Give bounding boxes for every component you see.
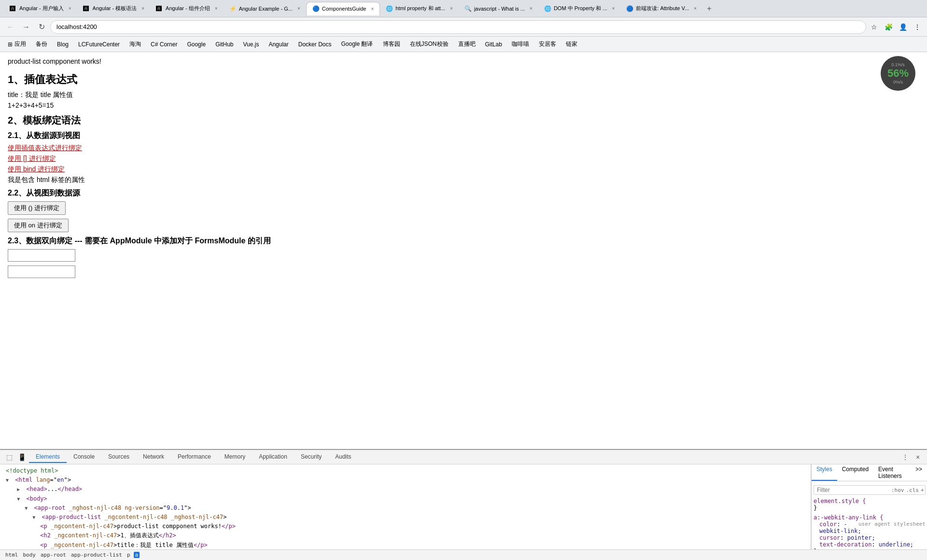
bookmark-github[interactable]: GitHub xyxy=(211,40,237,49)
bookmark-coffee[interactable]: 咖啡喵 xyxy=(508,39,533,49)
tab-event-listeners[interactable]: Event Listeners xyxy=(873,464,911,481)
devtools-tab-memory[interactable]: Memory xyxy=(218,451,252,463)
add-rule-btn[interactable]: + xyxy=(921,487,924,493)
tab-favicon-4: 🔵 xyxy=(312,5,319,12)
elem-head[interactable]: ▶ <head>...</head> xyxy=(4,485,807,494)
bookmark-icon[interactable]: ☆ xyxy=(868,21,880,33)
tab-1[interactable]: 🅰 Angular - 模板语法 × xyxy=(77,2,151,15)
devtools-more-icon[interactable]: ⋮ xyxy=(900,452,911,462)
breadcrumb-body[interactable]: body xyxy=(22,552,38,558)
tab-close-3[interactable]: × xyxy=(297,6,300,11)
devtools-tab-network[interactable]: Network xyxy=(136,451,171,463)
bookmark-blog[interactable]: Blog xyxy=(53,40,72,49)
menu-icon[interactable]: ⋮ xyxy=(912,21,923,33)
devtools-tab-elements[interactable]: Elements xyxy=(29,451,67,463)
elem-body[interactable]: ▼ <body> xyxy=(4,494,807,504)
back-button[interactable]: ← xyxy=(4,20,17,34)
bookmark-translate[interactable]: Google 翻译 xyxy=(337,39,377,49)
performance-widget: 0.1%/s 56% 0%/s xyxy=(881,56,915,91)
tab-favicon-0: 🅰 xyxy=(10,5,16,12)
breadcrumb-approot[interactable]: app-root xyxy=(39,552,68,558)
devtools-tab-security[interactable]: Security xyxy=(294,451,328,463)
tab-3[interactable]: ⚡ Angular Example - G... × xyxy=(224,2,306,15)
two-way-input-1[interactable] xyxy=(8,249,75,262)
bookmark-backup[interactable]: 备份 xyxy=(32,39,51,49)
tab-label-6: javascript - What is ... xyxy=(474,6,525,12)
elem-html[interactable]: ▼ <html lang="en"> xyxy=(4,476,807,485)
elem-doctype: <!doctype html> xyxy=(4,466,807,476)
devtools-tab-console[interactable]: Console xyxy=(67,451,101,463)
tab-7[interactable]: 🌐 DOM 中 Property 和 ... × xyxy=(538,2,620,15)
new-tab-button[interactable]: + xyxy=(702,2,716,15)
extensions-icon[interactable]: 🧩 xyxy=(883,21,894,33)
bookmark-anjuke[interactable]: 安居客 xyxy=(535,39,560,49)
tab-5[interactable]: 🌐 html property 和 att... × xyxy=(380,2,459,15)
tab-styles[interactable]: Styles xyxy=(812,464,837,481)
profile-icon[interactable]: 👤 xyxy=(897,21,909,33)
tab-6[interactable]: 🔍 javascript - What is ... × xyxy=(459,2,538,15)
breadcrumb-appproductlist[interactable]: app-product-list xyxy=(70,552,124,558)
breadcrumb-html[interactable]: html xyxy=(4,552,20,558)
tab-2[interactable]: 🅰 Angular - 组件介绍 × xyxy=(150,2,224,15)
tab-close-1[interactable]: × xyxy=(141,6,144,11)
btn-on-bind[interactable]: 使用 on 进行绑定 xyxy=(8,219,69,232)
bookmark-lcfuture[interactable]: LCFutureCenter xyxy=(74,40,124,49)
tab-favicon-2: 🅰 xyxy=(156,5,163,12)
link3[interactable]: 使用 bind 进行绑定 xyxy=(8,165,919,174)
filter-cls[interactable]: .cls xyxy=(906,487,919,493)
tab-computed[interactable]: Computed xyxy=(837,464,873,481)
tab-close-5[interactable]: × xyxy=(450,6,453,11)
bookmark-google[interactable]: Google xyxy=(183,40,210,49)
two-way-input-2[interactable] xyxy=(8,266,75,278)
tab-close-0[interactable]: × xyxy=(69,6,71,11)
bookmark-haitao[interactable]: 海淘 xyxy=(126,39,145,49)
bookmark-json[interactable]: 在线JSON校验 xyxy=(406,39,452,49)
bookmark-lianjia[interactable]: 链家 xyxy=(562,39,581,49)
tab-close-8[interactable]: × xyxy=(694,6,697,11)
tab-8[interactable]: 🔵 前端攻读: Attribute V... × xyxy=(620,2,702,15)
elem-p-title[interactable]: <p _ngcontent-njl-c47>title：我是 title 属性值… xyxy=(4,541,807,550)
bookmark-label: Google 翻译 xyxy=(341,40,373,48)
elem-h2-1[interactable]: <h2 _ngcontent-njl-c47>1、插值表达式</h2> xyxy=(4,531,807,540)
tab-close-6[interactable]: × xyxy=(530,6,533,11)
tab-close-7[interactable]: × xyxy=(612,6,615,11)
devtools-close-icon[interactable]: × xyxy=(913,452,923,462)
bookmark-csharp[interactable]: C# Corner xyxy=(147,40,181,49)
btn-parentheses-bind[interactable]: 使用 () 进行绑定 xyxy=(8,201,66,215)
devtools-tab-performance[interactable]: Performance xyxy=(171,451,218,463)
breadcrumb-a[interactable]: a xyxy=(134,552,140,558)
forward-button[interactable]: → xyxy=(19,20,33,34)
link1[interactable]: 使用插值表达式进行绑定 xyxy=(8,144,919,153)
tab-0[interactable]: 🅰 Angular - 用户输入 × xyxy=(4,2,77,15)
nav-icons: ☆ 🧩 👤 ⋮ xyxy=(868,21,923,33)
bookmark-cnblogs[interactable]: 博客园 xyxy=(379,39,404,49)
device-toolbar-icon[interactable]: 📱 xyxy=(16,452,27,462)
elem-approot[interactable]: ▼ <app-root _nghost-njl-c48 ng-version="… xyxy=(4,504,807,513)
devtools-tab-application[interactable]: Application xyxy=(252,451,294,463)
bookmark-apps[interactable]: ⊞ 应用 xyxy=(4,39,30,49)
tab-label-8: 前端攻读: Attribute V... xyxy=(636,5,689,12)
bookmark-docker[interactable]: Docker Docs xyxy=(295,40,336,49)
bookmark-gitlab[interactable]: GitLab xyxy=(481,40,506,49)
tab-4[interactable]: 🔵 ComponentsGuide × xyxy=(306,2,380,15)
breadcrumb-p[interactable]: p xyxy=(126,552,132,558)
btn2-row: 使用 on 进行绑定 xyxy=(8,219,919,232)
devtools-breadcrumb: html body app-root app-product-list p a xyxy=(0,549,927,560)
address-bar[interactable]: localhost:4200 xyxy=(50,20,866,34)
bookmark-vuejs[interactable]: Vue.js xyxy=(239,40,263,49)
inspect-element-icon[interactable]: ⬚ xyxy=(4,452,14,462)
filter-hov[interactable]: :hov xyxy=(891,487,904,493)
tab-close-4[interactable]: × xyxy=(371,6,374,12)
link2[interactable]: 使用 [] 进行绑定 xyxy=(8,154,919,163)
reload-button[interactable]: ↻ xyxy=(35,20,48,34)
devtools-tab-audits[interactable]: Audits xyxy=(328,451,358,463)
bookmark-angular[interactable]: Angular xyxy=(265,40,292,49)
bookmark-live[interactable]: 直播吧 xyxy=(454,39,479,49)
tab-more[interactable]: >> xyxy=(911,464,927,481)
styles-filter-input[interactable] xyxy=(817,487,889,493)
tab-label-1: Angular - 模板语法 xyxy=(93,5,137,12)
elem-appproductlist[interactable]: ▼ <app-product-list _ngcontent-njl-c48 _… xyxy=(4,513,807,522)
tab-close-2[interactable]: × xyxy=(215,6,218,11)
devtools-tab-sources[interactable]: Sources xyxy=(101,451,136,463)
elem-p-intro[interactable]: <p _ngcontent-njl-c47>product-list compp… xyxy=(4,522,807,531)
